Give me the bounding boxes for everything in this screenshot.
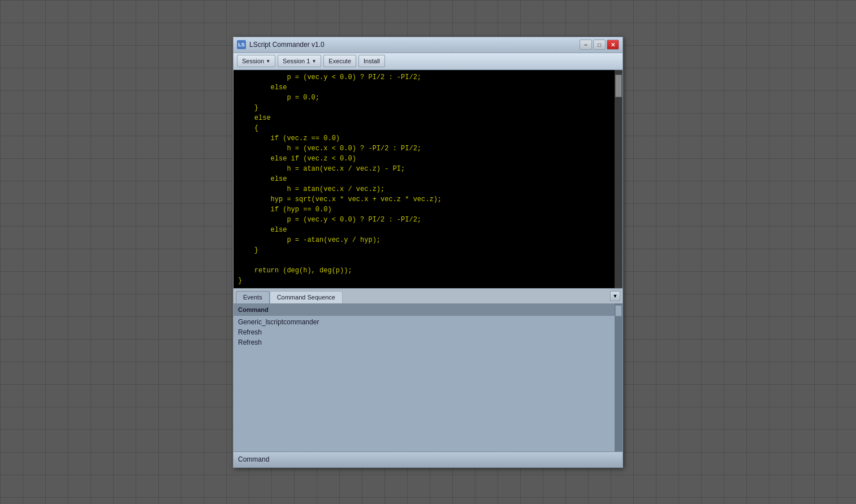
execute-button[interactable]: Execute xyxy=(323,55,356,67)
window-title: LScript Commander v1.0 xyxy=(249,41,325,49)
list-item[interactable]: Refresh xyxy=(234,337,615,347)
tabs-row: Events Command Sequence ▼ xyxy=(234,288,622,303)
tabs-dropdown-button[interactable]: ▼ xyxy=(610,291,620,301)
main-window: LS LScript Commander v1.0 – □ ✕ Session … xyxy=(233,37,623,468)
bottom-command-label: Command xyxy=(238,455,269,463)
events-list: Generic_lscriptcommander Refresh Refresh xyxy=(234,316,615,451)
session1-button[interactable]: Session 1 ▼ xyxy=(278,55,321,67)
app-icon: LS xyxy=(237,40,246,49)
install-label: Install xyxy=(364,58,380,64)
title-bar: LS LScript Commander v1.0 – □ ✕ xyxy=(234,37,622,53)
maximize-button[interactable]: □ xyxy=(593,40,606,50)
execute-label: Execute xyxy=(328,58,351,64)
title-controls: – □ ✕ xyxy=(580,40,619,50)
events-scrollbar-thumb[interactable] xyxy=(615,305,622,316)
list-item[interactable]: Refresh xyxy=(234,327,615,337)
events-header: Command xyxy=(234,303,615,316)
code-content: p = (vec.y < 0.0) ? PI/2 : -PI/2; else p… xyxy=(234,70,622,288)
session1-label: Session 1 xyxy=(283,58,310,64)
bottom-toolbar: Command xyxy=(234,451,622,467)
session-button[interactable]: Session ▼ xyxy=(237,55,275,67)
events-content: Command Generic_lscriptcommander Refresh… xyxy=(234,303,615,451)
session1-dropdown-arrow: ▼ xyxy=(312,59,316,64)
session-label: Session xyxy=(242,58,264,64)
toolbar: Session ▼ Session 1 ▼ Execute Install xyxy=(234,53,622,70)
code-editor[interactable]: p = (vec.y < 0.0) ? PI/2 : -PI/2; else p… xyxy=(234,70,622,288)
minimize-button[interactable]: – xyxy=(580,40,592,50)
code-scrollbar-vertical[interactable] xyxy=(615,70,622,288)
tab-events[interactable]: Events xyxy=(236,291,270,303)
code-scrollbar-thumb[interactable] xyxy=(615,75,622,97)
session-dropdown-arrow: ▼ xyxy=(266,59,270,64)
tab-events-label: Events xyxy=(243,294,262,301)
tab-command-sequence-label: Command Sequence xyxy=(277,294,335,301)
close-button[interactable]: ✕ xyxy=(607,40,619,50)
install-button[interactable]: Install xyxy=(358,55,385,67)
tab-command-sequence[interactable]: Command Sequence xyxy=(270,291,343,303)
events-panel: Command Generic_lscriptcommander Refresh… xyxy=(234,303,622,451)
list-item[interactable]: Generic_lscriptcommander xyxy=(234,317,615,327)
events-header-label: Command xyxy=(238,306,269,313)
app-icon-text: LS xyxy=(238,42,245,47)
events-scrollbar-vertical[interactable] xyxy=(615,303,622,451)
title-bar-left: LS LScript Commander v1.0 xyxy=(237,40,325,49)
